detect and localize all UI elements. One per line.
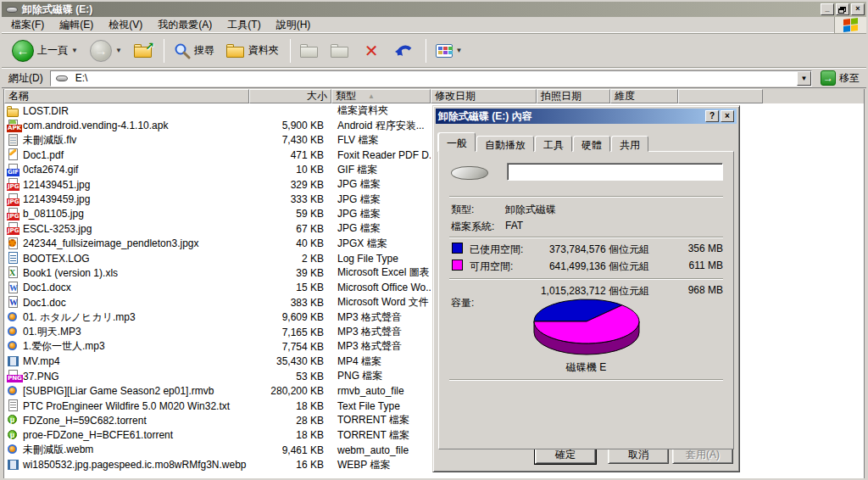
menu-item[interactable]: 我的最愛(A) [150, 17, 220, 32]
file-type: GIF 檔案 [331, 163, 431, 177]
address-label: 網址(D) [5, 71, 50, 86]
copy-to-icon-disabled [331, 43, 349, 58]
docx-icon: W [7, 282, 19, 294]
file-type: JPG 檔案 [331, 221, 431, 236]
move-to-button [295, 40, 324, 61]
address-disk-icon [56, 73, 70, 83]
column-header-modified[interactable]: 修改日期 [431, 89, 537, 103]
file-size: 383 KB [249, 297, 331, 309]
menu-item[interactable]: 工具(T) [220, 17, 268, 32]
restore-button[interactable] [836, 3, 849, 15]
window-title: 卸除式磁碟 (E:) [22, 3, 819, 17]
file-type: 檔案資料夾 [331, 103, 431, 118]
jpgx-icon [7, 237, 19, 250]
column-header-blank[interactable] [678, 89, 763, 103]
file-size: 2 KB [249, 253, 331, 265]
file-type: Foxit Reader PDF D... [331, 149, 431, 161]
menu-item[interactable]: 檔案(F) [3, 17, 52, 32]
close-button[interactable]: × [851, 3, 865, 15]
column-header-type[interactable]: 類型▲ [331, 89, 431, 103]
doc-icon: W [7, 296, 19, 309]
file-name: 01.明天.MP3 [23, 325, 81, 339]
file-size: 39 KB [249, 267, 331, 279]
file-size: 28 KB [249, 415, 331, 427]
column-header-name[interactable]: 名稱 [4, 89, 249, 103]
file-name: com.android.vending-4.1.10.apk [23, 120, 168, 131]
back-icon: ← [12, 40, 34, 62]
file-size: 471 KB [249, 149, 331, 161]
dialog-titlebar: 卸除式磁碟 (E:) 內容 ? × [436, 109, 737, 124]
tab-一般[interactable]: 一般 [438, 132, 476, 152]
file-type: TORRENT 檔案 [331, 428, 431, 443]
back-button[interactable]: ← 上一頁 ▼ [7, 36, 83, 65]
capacity-label: 容量: [451, 296, 474, 310]
tab-自動播放[interactable]: 自動播放 [476, 136, 534, 152]
menu-item[interactable]: 說明(H) [269, 17, 319, 32]
address-combo[interactable]: E:\ ▼ [50, 70, 812, 87]
copy-to-button [326, 40, 354, 61]
file-type: Log File Type [331, 253, 431, 265]
file-name: Doc1.doc [23, 297, 66, 309]
media-icon [7, 340, 19, 353]
tab-工具[interactable]: 工具 [535, 136, 572, 152]
views-button[interactable]: ▼ [431, 41, 468, 61]
file-name: b_081105.jpg [23, 208, 84, 220]
address-dropdown-button[interactable]: ▼ [797, 71, 811, 86]
file-size: 15 KB [249, 282, 331, 293]
file-name: [SUBPIG][Liar Game Season2 ep01].rmvb [23, 385, 214, 397]
flv-icon [7, 134, 19, 147]
pie-chart-drive-label: 磁碟機 E [439, 360, 733, 375]
capacity-size: 968 MB [688, 284, 723, 296]
file-type: Text File Type [331, 400, 431, 412]
file-size: 35,430 KB [249, 355, 331, 367]
file-size: 53 KB [249, 371, 331, 382]
forward-dropdown-icon[interactable]: ▼ [115, 47, 122, 54]
minimize-button[interactable]: _ [821, 3, 834, 15]
views-icon [436, 44, 453, 58]
up-button[interactable]: ↗ [129, 40, 158, 61]
undo-icon [394, 42, 415, 59]
jpg-icon: JPG [7, 208, 19, 220]
tab-硬體[interactable]: 硬體 [573, 136, 610, 152]
file-name-cell: μproe-FDZone_H=BCFE61.torrent [4, 429, 249, 442]
dialog-help-button[interactable]: ? [705, 110, 719, 122]
back-dropdown-icon[interactable]: ▼ [71, 47, 78, 54]
folders-button[interactable]: 資料夾 [221, 40, 284, 61]
file-name-cell: Doc1.pdf [4, 148, 249, 161]
forward-button[interactable]: → ▼ [85, 36, 127, 65]
file-name-cell: WDoc1.doc [4, 296, 249, 309]
jpg-icon: JPG [7, 193, 19, 206]
go-button[interactable]: → 移至 [817, 70, 863, 87]
column-header-size[interactable]: 大小 [249, 89, 331, 103]
menu-item[interactable]: 編輯(E) [52, 17, 101, 32]
separator [449, 379, 723, 381]
volume-label-input[interactable] [507, 163, 723, 181]
column-header-dimension[interactable]: 維度 [610, 89, 678, 103]
file-name: MV.mp4 [23, 355, 60, 367]
delete-button[interactable]: ✕ [356, 39, 387, 63]
search-label: 搜尋 [194, 43, 214, 58]
folders-icon [226, 43, 245, 58]
file-type: PNG 檔案 [331, 369, 431, 383]
file-type: FLV 檔案 [331, 133, 431, 148]
column-header-photo-date[interactable]: 拍照日期 [537, 89, 610, 103]
apk-icon: APK [7, 120, 19, 132]
file-size: 333 KB [249, 193, 331, 205]
dialog-close-button[interactable]: × [721, 110, 734, 122]
undo-button[interactable] [389, 39, 420, 63]
media-icon [7, 444, 19, 456]
dialog-title: 卸除式磁碟 (E:) 內容 [438, 109, 704, 124]
file-name: 121439459.jpg [23, 193, 90, 205]
views-dropdown-icon[interactable]: ▼ [456, 47, 463, 54]
file-size: 329 KB [249, 179, 331, 191]
file-name-cell: LOST.DIR [4, 104, 249, 117]
menu-item[interactable]: 檢視(V) [101, 17, 150, 32]
toolbar-separator [164, 39, 164, 63]
file-size: 5,900 KB [249, 120, 331, 131]
tab-共用[interactable]: 共用 [611, 136, 648, 152]
file-name-cell: BOOTEX.LOG [4, 252, 249, 265]
search-button[interactable]: 搜尋 [169, 39, 220, 63]
window-titlebar: 卸除式磁碟 (E:) _ × [2, 2, 866, 17]
file-size: 10 KB [249, 164, 331, 176]
file-type: WEBP 檔案 [331, 458, 431, 472]
